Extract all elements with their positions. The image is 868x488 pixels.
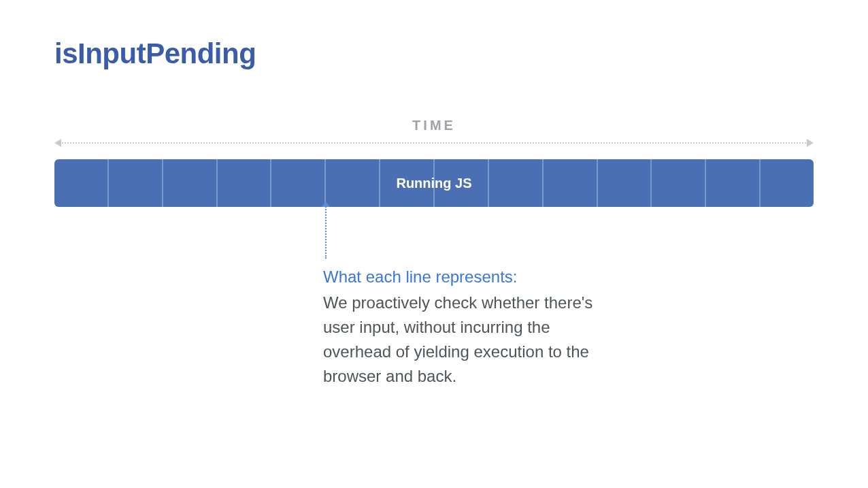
check-divider — [54, 159, 109, 207]
check-divider — [761, 159, 814, 207]
running-js-bar: Running JS — [54, 159, 814, 207]
timeline: Running JS What each line represents: We… — [54, 139, 814, 207]
check-divider — [706, 159, 761, 207]
arrow-right-icon — [807, 139, 814, 147]
check-divider — [218, 159, 272, 207]
check-divider — [544, 159, 598, 207]
annotation-block: What each line represents: We proactivel… — [323, 265, 609, 389]
pointer-line — [325, 204, 327, 259]
check-divider — [271, 159, 326, 207]
running-js-label: Running JS — [396, 176, 471, 191]
check-divider — [326, 159, 380, 207]
check-divider — [489, 159, 544, 207]
check-divider — [598, 159, 652, 207]
check-divider — [163, 159, 218, 207]
annotation-body: We proactively check whether there's use… — [323, 293, 592, 385]
check-divider — [652, 159, 706, 207]
check-divider — [109, 159, 163, 207]
axis-line — [60, 142, 808, 144]
time-axis-label: TIME — [54, 118, 814, 133]
time-axis — [54, 139, 814, 147]
page-title: isInputPending — [54, 37, 814, 70]
annotation-heading: What each line represents: — [323, 265, 609, 289]
